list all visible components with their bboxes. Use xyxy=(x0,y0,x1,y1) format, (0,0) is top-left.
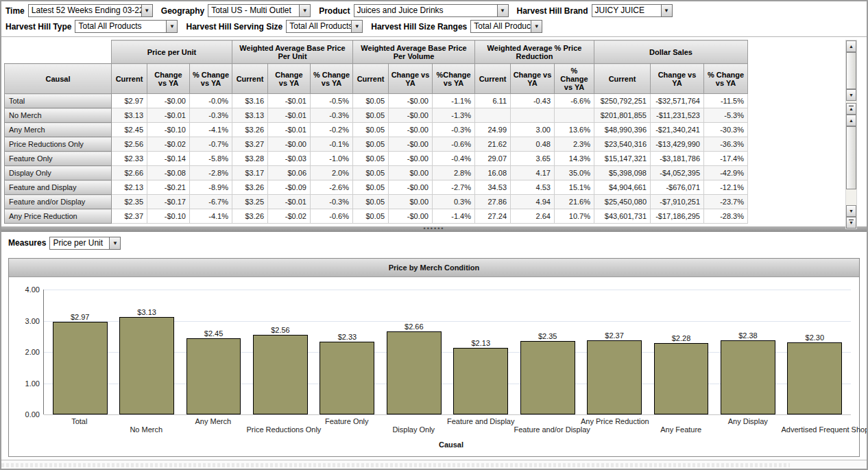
row-label-display-only[interactable]: Display Only xyxy=(5,166,112,180)
bar-any-price-reduction[interactable] xyxy=(587,340,642,414)
table-cell: -28.3% xyxy=(704,209,748,224)
x-category-label-feature-and-display: Feature and Display xyxy=(447,417,514,425)
table-cell: -$0.01 xyxy=(268,195,311,209)
filter-label-product: Product xyxy=(319,6,350,16)
row-label-total[interactable]: Total xyxy=(5,94,112,108)
table-cell: $0.05 xyxy=(353,123,389,137)
bar-slot-any-merch: $2.45 xyxy=(180,329,247,414)
scrollbar-thumb-main[interactable] xyxy=(846,126,856,189)
table-cell: $2.97 xyxy=(112,94,147,108)
bar-slot-any-display: $2.38 xyxy=(714,331,781,414)
scrollbar-thumb-top[interactable] xyxy=(846,52,856,89)
table-cell: $3.25 xyxy=(232,195,268,209)
table-cell: -$3,181,786 xyxy=(651,152,704,166)
table-cell: -$0.00 xyxy=(147,94,190,108)
dropdown-arrow-icon[interactable]: ▼ xyxy=(299,5,310,16)
scroll-to-bottom-icon[interactable]: ▼ xyxy=(846,217,856,228)
bar-value-label: $2.28 xyxy=(672,334,691,342)
table-cell: $0.05 xyxy=(353,94,389,108)
filter-harvest-hill-type-dropdown[interactable]: Total All Products▼ xyxy=(75,20,178,33)
dropdown-arrow-icon[interactable]: ▼ xyxy=(661,5,672,16)
bar-feature-and-display[interactable] xyxy=(453,348,508,414)
table-cell: $2.13 xyxy=(112,180,147,195)
scroll-up-icon[interactable]: ▲ xyxy=(846,40,856,52)
row-label-feature-only[interactable]: Feature Only xyxy=(5,152,112,166)
scroll-down-icon[interactable]: ▼ xyxy=(846,205,856,217)
table-cell: 29.07 xyxy=(475,152,511,166)
row-label-feature-and-display[interactable]: Feature and Display xyxy=(5,180,112,195)
table-vertical-scrollbar[interactable]: ▲ ▼ ▲ ▲ ▼ ▼ xyxy=(845,40,857,229)
filter-harvest-hill-brand-dropdown[interactable]: JUICY JUICE▼ xyxy=(592,4,673,17)
row-label-any-price-reduction[interactable]: Any Price Reduction xyxy=(5,209,112,224)
measures-dropdown[interactable]: Price per Unit ▼ xyxy=(49,237,121,250)
table-cell: -$0.00 xyxy=(268,137,311,152)
scroll-to-top-icon[interactable]: ▲ xyxy=(846,103,856,115)
col-group-weighted-average-price-reduction: Weighted Average % Price Reduction xyxy=(475,40,594,64)
splitter-handle[interactable]: •••••• xyxy=(1,226,867,232)
bar-no-merch[interactable] xyxy=(119,317,174,414)
filter-harvest-hill-serving-size-dropdown[interactable]: Total All Products▼ xyxy=(286,20,363,33)
row-label-price-reductions-only[interactable]: Price Reductions Only xyxy=(5,137,112,152)
filter-time-dropdown[interactable]: Latest 52 Weeks Ending 03-22-15▼ xyxy=(28,4,153,17)
table-cell: -6.6% xyxy=(555,94,594,108)
row-label-no-merch[interactable]: No Merch xyxy=(5,108,112,123)
bar-slot-display-only: $2.66 xyxy=(381,322,447,414)
table-cell: 2.3% xyxy=(555,137,594,152)
bar-value-label: $2.35 xyxy=(538,332,557,340)
bar-feature-only[interactable] xyxy=(320,342,374,414)
table-cell: -$32,571,764 xyxy=(651,94,704,108)
table-cell: $3.17 xyxy=(232,166,268,180)
x-category-label-any-display: Any Display xyxy=(714,417,782,425)
table-cell: -1.3% xyxy=(433,108,475,123)
bar-any-merch[interactable] xyxy=(186,338,241,414)
bar-value-label: $2.30 xyxy=(806,333,825,342)
filter-label-geography: Geography xyxy=(161,6,204,16)
bar-advertised-frequent-shopper[interactable] xyxy=(787,342,842,414)
filter-label-harvest-hill-type: Harvest Hill Type xyxy=(5,22,71,32)
bar-display-only[interactable] xyxy=(387,331,442,414)
bar-any-feature[interactable] xyxy=(654,343,709,414)
table-cell: 3.00 xyxy=(511,123,555,137)
row-label-feature-and-or-display[interactable]: Feature and/or Display xyxy=(5,195,112,209)
table-row-feature-and-or-display: Feature and/or Display$2.35-$0.17-6.7%$3… xyxy=(5,195,748,209)
table-cell: -1.4% xyxy=(433,209,475,224)
filter-row-1: TimeLatest 52 Weeks Ending 03-22-15▼Geog… xyxy=(5,3,863,18)
filter-product: ProductJuices and Juice Drinks▼ xyxy=(319,4,508,17)
filter-geography-dropdown[interactable]: Total US - Multi Outlet▼ xyxy=(208,4,311,17)
table-cell: -$4,052,395 xyxy=(651,166,704,180)
bar-any-display[interactable] xyxy=(721,340,775,414)
dropdown-arrow-icon[interactable]: ▼ xyxy=(141,5,152,16)
bar-feature-and-or-display[interactable] xyxy=(520,341,575,414)
table-corner-blank xyxy=(5,40,112,64)
scroll-down-icon[interactable]: ▼ xyxy=(846,89,856,101)
table-cell: $3.26 xyxy=(232,180,268,195)
table-cell: 21.6% xyxy=(555,195,594,209)
bar-total[interactable] xyxy=(53,322,108,414)
bar-price-reductions-only[interactable] xyxy=(253,335,308,414)
table-cell: 35.0% xyxy=(555,166,594,180)
x-category-label-feature-and-or-display: Feature and/or Display xyxy=(514,425,581,434)
bar-slot-feature-and-display: $2.13 xyxy=(448,339,514,414)
col-header-dollar-sales-current: Current xyxy=(594,64,651,94)
scrollbar-track[interactable] xyxy=(846,189,856,205)
table-cell: $2.66 xyxy=(112,166,147,180)
table-cell: -0.0% xyxy=(190,94,232,108)
dropdown-arrow-icon[interactable]: ▼ xyxy=(109,237,120,249)
y-axis-tick-label: 4.00 xyxy=(12,285,40,294)
filter-harvest-hill-size-ranges-dropdown[interactable]: Total All Products▼ xyxy=(470,20,542,33)
table-row-any-price-reduction: Any Price Reduction$2.37-$0.10-4.1%$3.26… xyxy=(5,209,748,224)
col-header-weighted-average-base-price-per-unit-current: Current xyxy=(232,64,268,94)
dropdown-arrow-icon[interactable]: ▼ xyxy=(166,21,177,32)
col-header-weighted-average-base-price-per-unit-change-vs-ya: Change vs YA xyxy=(268,64,311,94)
col-header-dollar-sales-change-vs-ya: % Change vs YA xyxy=(704,64,748,94)
table-cell: -$0.01 xyxy=(147,108,190,123)
row-label-any-merch[interactable]: Any Merch xyxy=(5,123,112,137)
scroll-up-icon[interactable]: ▲ xyxy=(846,115,856,126)
filter-product-dropdown[interactable]: Juices and Juice Drinks▼ xyxy=(354,4,509,17)
filter-label-harvest-hill-brand: Harvest Hill Brand xyxy=(517,6,588,16)
dropdown-arrow-icon[interactable]: ▼ xyxy=(351,21,362,32)
dropdown-arrow-icon[interactable]: ▼ xyxy=(497,5,508,16)
table-region: Price per UnitWeighted Average Base Pric… xyxy=(1,37,867,226)
dropdown-arrow-icon[interactable]: ▼ xyxy=(531,21,542,32)
table-cell: -$7,910,251 xyxy=(651,195,704,209)
